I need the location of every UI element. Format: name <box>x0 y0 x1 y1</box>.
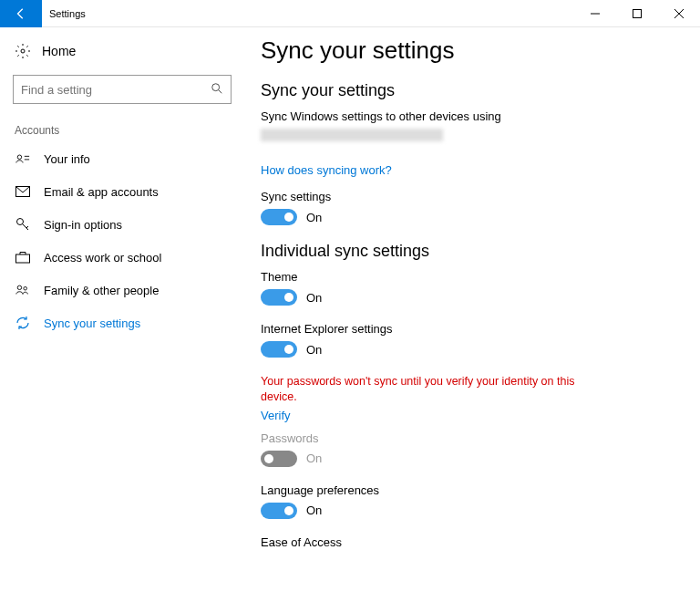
sidebar-item-label: Your info <box>44 152 90 166</box>
toggle-state: On <box>306 291 322 305</box>
svg-point-7 <box>17 155 21 159</box>
ease-label: Ease of Access <box>261 535 684 549</box>
sidebar-item-sync[interactable]: Sync your settings <box>13 306 232 339</box>
language-toggle[interactable] <box>261 503 297 519</box>
page-title: Sync your settings <box>261 36 684 65</box>
theme-toggle[interactable] <box>261 289 297 306</box>
minimize-button[interactable] <box>574 0 616 27</box>
passwords-label: Passwords <box>261 431 684 445</box>
sync-settings-label: Sync settings <box>261 190 684 203</box>
toggle-state: On <box>306 503 322 517</box>
svg-point-4 <box>21 49 25 53</box>
back-button[interactable] <box>0 0 42 27</box>
window-title: Settings <box>49 8 86 19</box>
home-nav[interactable]: Home <box>13 36 232 66</box>
home-label: Home <box>42 44 76 58</box>
svg-line-6 <box>219 89 222 93</box>
sidebar-item-email[interactable]: Email & app accounts <box>13 175 232 208</box>
person-badge-icon <box>15 151 31 166</box>
ie-toggle[interactable] <box>261 341 297 358</box>
sidebar-item-label: Family & other people <box>44 284 159 297</box>
svg-point-15 <box>17 285 21 289</box>
sync-description: Sync Windows settings to other devices u… <box>261 109 684 123</box>
maximize-button[interactable] <box>616 0 658 27</box>
sidebar-item-work-school[interactable]: Access work or school <box>13 241 232 274</box>
sidebar-item-family[interactable]: Family & other people <box>13 274 232 306</box>
language-label: Language preferences <box>261 483 684 497</box>
theme-label: Theme <box>261 270 684 284</box>
passwords-toggle <box>261 451 297 467</box>
ie-label: Internet Explorer settings <box>261 322 684 336</box>
search-input[interactable] <box>21 83 211 97</box>
svg-point-16 <box>24 286 27 290</box>
toggle-state: On <box>306 211 322 224</box>
people-icon <box>15 283 31 297</box>
svg-rect-1 <box>633 9 642 17</box>
key-icon <box>15 217 31 232</box>
svg-rect-14 <box>16 254 30 263</box>
category-label: Accounts <box>15 124 232 137</box>
sidebar-item-your-info[interactable]: Your info <box>13 142 232 175</box>
sidebar-item-label: Access work or school <box>44 251 161 265</box>
gear-icon <box>15 44 31 58</box>
close-button[interactable] <box>658 0 700 27</box>
sidebar-item-label: Sign-in options <box>44 218 122 232</box>
sync-settings-toggle[interactable] <box>261 209 297 225</box>
toggle-state: On <box>306 343 322 357</box>
mail-icon <box>15 184 31 199</box>
section-heading: Individual sync settings <box>261 242 684 261</box>
sidebar-item-label: Email & app accounts <box>44 185 159 199</box>
svg-point-11 <box>17 219 24 225</box>
sync-icon <box>15 316 31 330</box>
account-name-redacted <box>261 129 443 141</box>
verify-link[interactable]: Verify <box>261 409 684 422</box>
section-heading: Sync your settings <box>261 81 684 100</box>
toggle-state: On <box>306 452 322 465</box>
search-icon <box>211 82 223 98</box>
svg-point-5 <box>212 83 220 90</box>
search-input-container[interactable] <box>13 75 232 104</box>
sidebar-item-label: Sync your settings <box>44 317 140 330</box>
svg-line-13 <box>26 226 28 228</box>
sidebar-item-signin[interactable]: Sign-in options <box>13 208 232 241</box>
password-warning: Your passwords won't sync until you veri… <box>261 374 607 405</box>
how-syncing-works-link[interactable]: How does syncing work? <box>261 163 684 177</box>
briefcase-icon <box>15 250 31 265</box>
